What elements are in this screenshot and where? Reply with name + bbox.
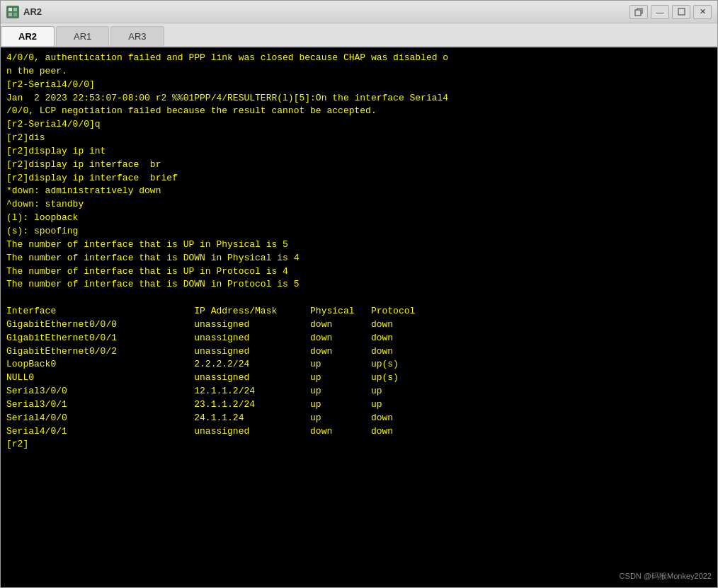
restore-button[interactable] xyxy=(629,5,648,19)
title-bar: AR2 — ✕ xyxy=(1,1,717,23)
svg-rect-4 xyxy=(635,10,641,16)
svg-rect-2 xyxy=(8,13,12,16)
svg-rect-1 xyxy=(13,8,17,11)
terminal-area[interactable]: 4/0/0, authentication failed and PPP lin… xyxy=(1,47,717,587)
svg-rect-5 xyxy=(678,8,685,15)
tab-ar1[interactable]: AR1 xyxy=(56,26,109,46)
main-window: AR2 — ✕ AR2 AR1 AR3 xyxy=(0,0,718,588)
svg-rect-3 xyxy=(13,13,17,16)
app-icon xyxy=(6,6,19,18)
terminal-output: 4/0/0, authentication failed and PPP lin… xyxy=(6,52,712,451)
svg-rect-0 xyxy=(8,8,12,11)
maximize-button[interactable] xyxy=(672,5,690,19)
tab-ar2[interactable]: AR2 xyxy=(1,26,55,46)
window-controls: — ✕ xyxy=(629,5,712,19)
close-button[interactable]: ✕ xyxy=(693,5,712,19)
tab-bar: AR2 AR1 AR3 xyxy=(1,23,717,47)
tab-ar3[interactable]: AR3 xyxy=(110,26,164,46)
title-bar-left: AR2 xyxy=(6,6,42,18)
window-title: AR2 xyxy=(23,6,42,17)
minimize-button[interactable]: — xyxy=(651,5,669,19)
watermark: CSDN @码猴Monkey2022 xyxy=(620,571,712,582)
